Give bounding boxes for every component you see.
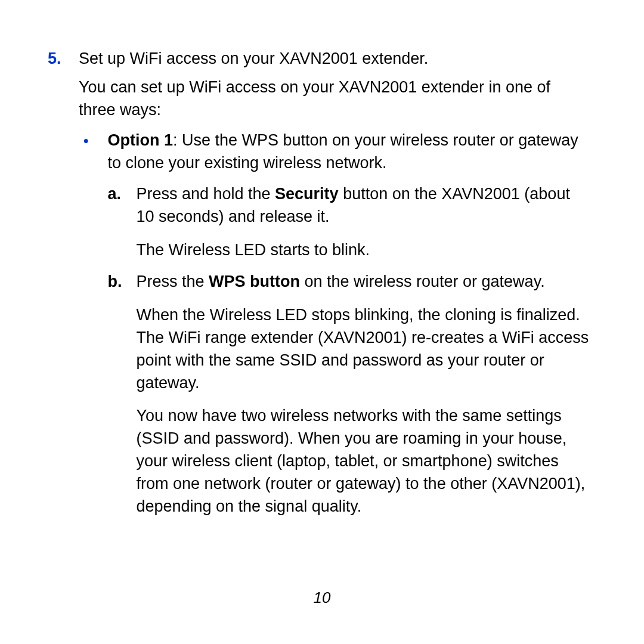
bullet-icon: •	[83, 129, 88, 527]
substep-a-line1: Press and hold the Security button on th…	[136, 183, 590, 228]
substep-a-content: Press and hold the Security button on th…	[136, 183, 590, 261]
step-number: 5.	[48, 48, 62, 527]
substep-a-line1-pre: Press and hold the	[136, 185, 275, 203]
substep-b-line1-pre: Press the	[136, 273, 209, 290]
step-content: Set up WiFi access on your XAVN2001 exte…	[79, 48, 590, 527]
substep-b-content: Press the WPS button on the wireless rou…	[136, 271, 590, 518]
option-content: Option 1: Use the WPS button on your wir…	[107, 129, 590, 527]
substep-b-line1-bold: WPS button	[209, 273, 300, 290]
step-5: 5. Set up WiFi access on your XAVN2001 e…	[48, 48, 590, 527]
substep-b-line2: When the Wireless LED stops blinking, th…	[136, 304, 590, 394]
option-intro: Option 1: Use the WPS button on your wir…	[107, 129, 590, 175]
substep-b-letter: b.	[107, 271, 122, 518]
page-number: 10	[0, 587, 644, 608]
option-label-rest: : Use the WPS button on your wireless ro…	[107, 131, 578, 172]
option-label-bold: Option 1	[107, 131, 173, 149]
substep-a: a. Press and hold the Security button on…	[107, 183, 590, 261]
substep-a-line1-bold: Security	[275, 185, 339, 203]
step-intro: You can set up WiFi access on your XAVN2…	[79, 76, 590, 122]
substep-b-line3: You now have two wireless networks with …	[136, 405, 590, 518]
option-1: • Option 1: Use the WPS button on your w…	[79, 129, 590, 527]
substep-b: b. Press the WPS button on the wireless …	[107, 271, 590, 518]
substep-a-letter: a.	[107, 183, 122, 261]
substep-b-line1-post: on the wireless router or gateway.	[300, 273, 545, 290]
substep-b-line1: Press the WPS button on the wireless rou…	[136, 271, 590, 293]
step-title: Set up WiFi access on your XAVN2001 exte…	[79, 48, 590, 70]
substep-a-line2: The Wireless LED starts to blink.	[136, 239, 590, 262]
